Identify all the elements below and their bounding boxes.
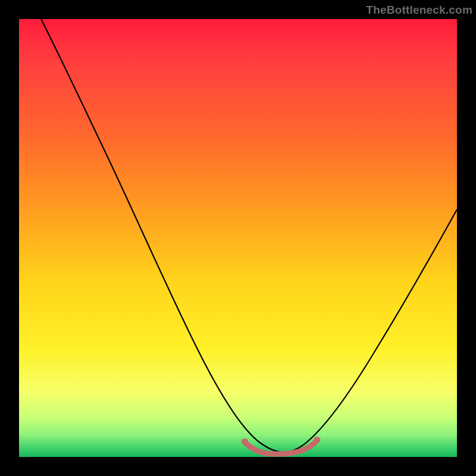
plot-area bbox=[19, 19, 457, 457]
curve-layer bbox=[19, 19, 457, 457]
highlight-dot-left bbox=[242, 439, 248, 444]
highlight-dot-right bbox=[314, 437, 320, 443]
watermark-text: TheBottleneck.com bbox=[366, 4, 472, 17]
chart-frame: TheBottleneck.com bbox=[0, 0, 476, 476]
bottleneck-curve bbox=[41, 19, 457, 452]
